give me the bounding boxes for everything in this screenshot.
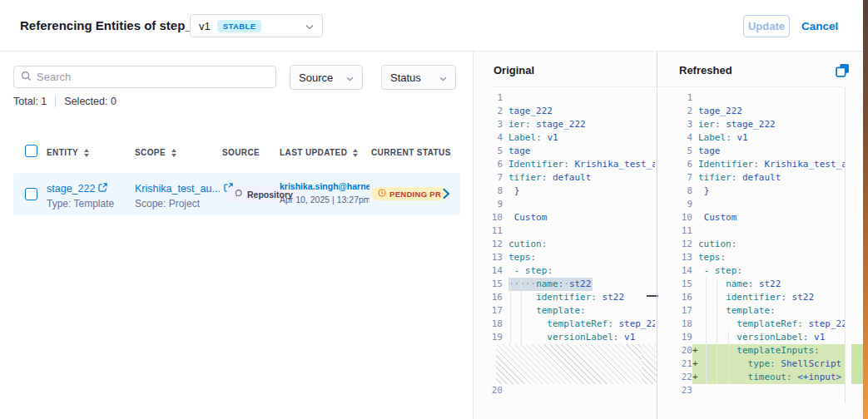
line-number: 10 [475,211,503,224]
code-line[interactable]: 2tage_222 [475,105,657,118]
code-line[interactable]: 18 templateRef: step_222 [475,318,657,331]
column-header-entity[interactable]: ENTITY [47,148,89,157]
code-line[interactable]: 21+ type: ShellScript [671,357,845,371]
code-line[interactable]: 15·····name:·st22 [475,278,657,291]
original-code-editor[interactable]: 12tage_2223ier: stage_2224Label: v15tage… [475,91,657,411]
code-line[interactable]: 8 } [475,185,657,198]
code-line[interactable]: 16 identifier: st22 [671,291,845,304]
diff-header-divider [494,86,843,87]
code-line[interactable]: 1 [475,91,657,105]
code-line[interactable]: 10 Custom [475,211,657,224]
search-input[interactable] [37,71,275,83]
source-filter[interactable]: Source [290,65,363,90]
code-line[interactable]: 20+ templateInputs: [671,344,845,357]
line-number: 14 [475,264,503,278]
clock-icon [378,189,386,199]
line-number: 11 [671,224,692,238]
line-number: 1 [475,91,503,105]
copy-icon[interactable] [836,63,851,78]
line-number: 9 [671,198,692,211]
entity-type: Type: Template [47,198,114,210]
code-line[interactable]: 1 [671,91,845,105]
code-line[interactable]: 13teps: [475,251,657,264]
code-line[interactable]: 4Label: v1 [475,131,657,145]
sort-icon[interactable] [84,149,89,157]
code-line[interactable]: 9 [475,198,657,211]
entity-link[interactable]: stage_222 [47,183,107,195]
update-button[interactable]: Update [743,15,790,37]
code-line[interactable]: 18 templateRef: step_222 [671,318,845,331]
status-filter-label: Status [390,71,421,84]
code-line[interactable]: 15 name: st22 [671,278,845,291]
code-line[interactable]: 13teps: [671,251,845,264]
line-number: 5 [475,145,503,158]
scope-cell: Krishika_test_au... Scope: Project [135,180,233,210]
line-number: 13 [671,251,692,264]
code-line[interactable]: 2tage_222 [671,105,845,118]
line-number: 22 [671,371,692,384]
line-number: 18 [475,318,503,331]
code-line[interactable]: 17 template: [671,304,845,318]
code-line[interactable]: 16 identifier: st22 [475,291,657,304]
code-line[interactable]: 8 } [671,185,845,198]
refreshed-panel-title: Refreshed [679,64,732,76]
updated-by-link[interactable]: krishika.singh@harnes... [280,181,370,191]
code-line[interactable]: 14 - step: [475,264,657,278]
code-line[interactable]: 9 [671,198,845,211]
refreshed-code-editor[interactable]: 12tage_2223ier: stage_2224Label: v15tage… [671,91,845,411]
column-header-source: SOURCE [222,148,260,157]
table-row[interactable]: stage_222 Type: Template Krishika_test_a… [13,173,460,215]
code-line[interactable]: 14 - step: [671,264,845,278]
code-line[interactable]: 19 versionLabel: v1 [671,331,845,344]
line-number: 15 [475,278,503,291]
code-line[interactable]: 11 [475,224,657,238]
line-number: 1 [671,91,692,105]
code-line[interactable]: 6Identifier: Krishika_test_aut [671,158,845,171]
diff-sash[interactable] [657,52,657,419]
code-line[interactable]: 3ier: stage_222 [671,118,845,131]
line-number: 19 [475,331,503,344]
code-line[interactable]: 10 Custom [671,211,845,224]
column-header-scope[interactable]: SCOPE [135,148,176,157]
column-header-current-status: CURRENT STATUS [371,148,451,157]
code-line[interactable]: 4Label: v1 [671,131,845,145]
code-line[interactable]: 19 versionLabel: v1 [475,331,657,344]
code-line[interactable]: 23 [671,384,845,397]
diff-margin-hatch [642,344,657,384]
code-line[interactable]: 20 [475,384,657,397]
line-number: 20 [475,384,503,397]
code-line[interactable]: 7tifier: default [671,171,845,185]
column-header-last-updated[interactable]: LAST UPDATED [280,148,358,157]
sort-icon[interactable] [171,149,176,157]
line-number: 20 [671,344,692,357]
scope-link[interactable]: Krishika_test_au... [135,183,233,195]
code-line[interactable]: 22+ timeout: <+input> [671,371,845,384]
line-number: 9 [475,198,503,211]
code-line[interactable]: 12cution: [671,238,845,251]
code-line[interactable]: 12cution: [475,238,657,251]
code-line[interactable]: 17 template: [475,304,657,318]
code-line[interactable]: 6Identifier: Krishika_test_aut [475,158,657,171]
line-number: 23 [671,384,692,397]
status-filter[interactable]: Status [381,65,456,90]
version-selector[interactable]: v1 STABLE [190,14,323,37]
code-line[interactable]: 11 [671,224,845,238]
search-box [13,66,276,88]
sort-icon[interactable] [353,149,358,157]
indent-guide [510,278,511,344]
select-all-checkbox[interactable] [25,145,37,157]
overview-added-marker [851,344,863,384]
row-checkbox[interactable] [25,188,37,200]
chevron-right-icon[interactable] [441,188,451,203]
code-line[interactable]: 7tifier: default [475,171,657,185]
selected-count: Selected: 0 [64,96,117,107]
indent-guide [521,278,522,344]
code-line[interactable]: 3ier: stage_222 [475,118,657,131]
code-line[interactable]: 5tage [475,145,657,158]
line-number: 10 [671,211,692,224]
search-icon [21,70,32,85]
line-number: 12 [475,238,503,251]
code-line[interactable]: 5tage [671,145,845,158]
cancel-button[interactable]: Cancel [801,15,838,37]
line-number: 17 [475,304,503,318]
